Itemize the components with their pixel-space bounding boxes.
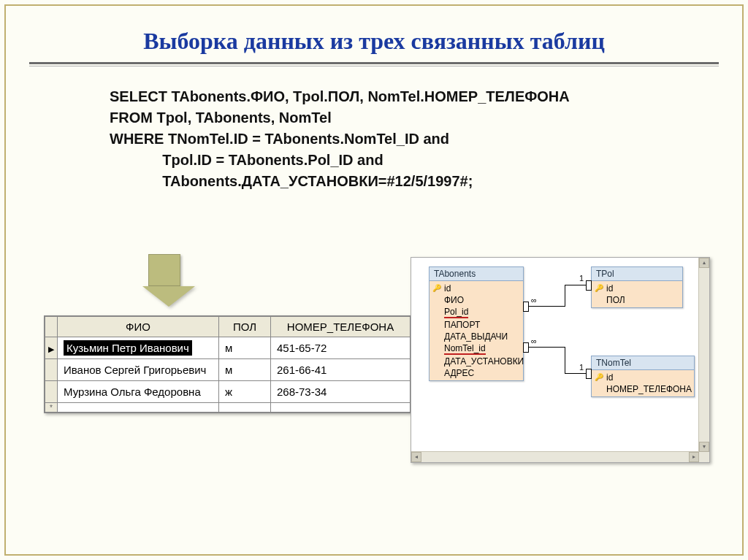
- table-row[interactable]: Мурзина Ольга Федоровна ж 268-73-34: [45, 381, 411, 403]
- table-title[interactable]: TAbonents: [430, 267, 523, 281]
- vertical-scrollbar[interactable]: ▴ ▾: [698, 258, 709, 462]
- key-icon: 🔑: [595, 373, 603, 381]
- down-arrow-icon: [142, 254, 186, 310]
- cardinality-one: 1: [579, 363, 584, 372]
- cell-pol[interactable]: м: [219, 337, 271, 359]
- field-row[interactable]: ПАПОРТ: [430, 319, 523, 331]
- row-selector-header[interactable]: [45, 317, 58, 337]
- table-row[interactable]: ▶ Кузьмин Петр Иванович м 451-65-72: [45, 337, 411, 359]
- row-selector[interactable]: [45, 359, 58, 381]
- table-box-tnomtel[interactable]: TNomTel 🔑id НОМЕР_ТЕЛЕФОНА: [591, 356, 695, 397]
- cell-fio[interactable]: Иванов Сергей Григорьевич: [58, 359, 219, 381]
- join-line: [565, 285, 565, 307]
- field-row[interactable]: ДАТА_УСТАНОВКИ: [430, 356, 523, 367]
- table-row[interactable]: Иванов Сергей Григорьевич м 261-66-41: [45, 359, 411, 381]
- join-line: [528, 306, 565, 307]
- cell-fio[interactable]: Мурзина Ольга Федоровна: [58, 381, 219, 403]
- join-line: [565, 373, 587, 374]
- field-row[interactable]: 🔑id: [592, 372, 694, 383]
- field-row[interactable]: Pol_id: [430, 306, 523, 319]
- result-datasheet: ФИО ПОЛ НОМЕР_ТЕЛЕФОНА ▶ Кузьмин Петр Ив…: [44, 315, 411, 413]
- divider-line: [29, 62, 719, 64]
- table-box-tpol[interactable]: TPol 🔑id ПОЛ: [591, 266, 683, 308]
- horizontal-scrollbar[interactable]: ◂ ▸: [411, 451, 699, 462]
- table-title[interactable]: TPol: [592, 267, 682, 281]
- field-row[interactable]: NomTel_id: [430, 342, 523, 356]
- field-row[interactable]: АДРЕС: [430, 367, 523, 379]
- key-icon: 🔑: [595, 284, 603, 292]
- table-row-new[interactable]: *: [45, 403, 411, 413]
- scroll-down-button[interactable]: ▾: [699, 442, 709, 452]
- current-row-icon: ▶: [48, 345, 54, 353]
- field-row[interactable]: НОМЕР_ТЕЛЕФОНА: [592, 383, 694, 395]
- scroll-up-button[interactable]: ▴: [699, 258, 709, 268]
- join-endpoint: [523, 342, 529, 353]
- join-endpoint: [523, 302, 529, 312]
- cell-tel[interactable]: 451-65-72: [271, 337, 411, 359]
- cardinality-one: 1: [579, 274, 584, 283]
- cell-fio[interactable]: Кузьмин Петр Иванович: [58, 337, 219, 359]
- join-line: [565, 285, 587, 285]
- scroll-left-button[interactable]: ◂: [411, 452, 421, 462]
- join-endpoint: [586, 369, 592, 379]
- field-row[interactable]: 🔑id: [592, 283, 682, 294]
- cell-pol[interactable]: м: [219, 359, 271, 381]
- key-icon: 🔑: [432, 284, 441, 292]
- row-selector[interactable]: [45, 381, 58, 403]
- table-title[interactable]: TNomTel: [592, 356, 694, 370]
- cell-tel[interactable]: 261-66-41: [271, 359, 411, 381]
- cell-tel[interactable]: 268-73-34: [271, 381, 411, 403]
- field-row[interactable]: ФИО: [430, 294, 523, 306]
- row-selector[interactable]: ▶: [45, 337, 58, 359]
- col-header[interactable]: ПОЛ: [219, 317, 271, 337]
- field-row[interactable]: ПОЛ: [592, 294, 682, 306]
- cell-pol[interactable]: ж: [219, 381, 271, 403]
- cardinality-many: ∞: [531, 296, 537, 304]
- join-line: [565, 347, 565, 373]
- join-endpoint: [586, 280, 592, 291]
- scroll-right-button[interactable]: ▸: [689, 452, 699, 462]
- field-row[interactable]: ДАТА_ВЫДАЧИ: [430, 331, 523, 342]
- join-line: [528, 347, 565, 348]
- table-header-row: ФИО ПОЛ НОМЕР_ТЕЛЕФОНА: [45, 317, 411, 337]
- col-header[interactable]: ФИО: [58, 317, 219, 337]
- row-selector[interactable]: *: [45, 403, 58, 413]
- field-row[interactable]: 🔑id: [430, 283, 523, 294]
- cardinality-many: ∞: [531, 337, 537, 345]
- relations-diagram[interactable]: TAbonents 🔑id ФИО Pol_id ПАПОРТ ДАТА_ВЫД…: [411, 257, 710, 463]
- col-header[interactable]: НОМЕР_ТЕЛЕФОНА: [271, 317, 411, 337]
- table-box-tabonents[interactable]: TAbonents 🔑id ФИО Pol_id ПАПОРТ ДАТА_ВЫД…: [429, 266, 524, 381]
